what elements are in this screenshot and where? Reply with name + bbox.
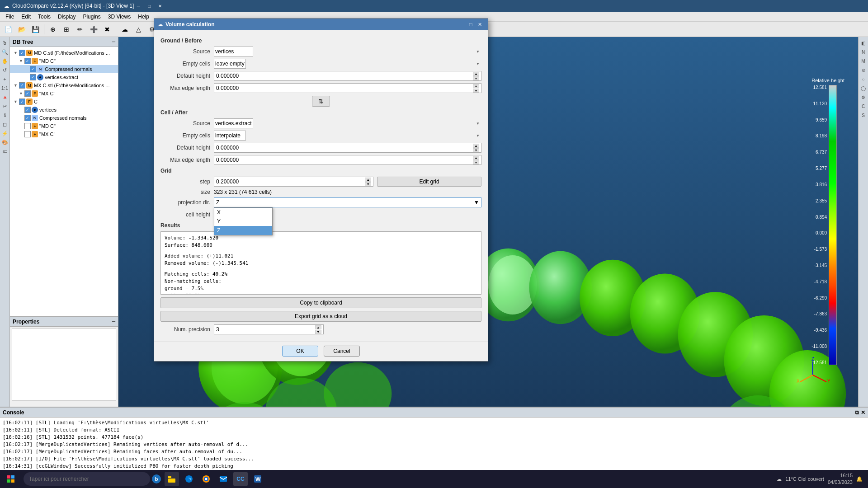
taskbar-icon-explorer[interactable] (165, 472, 179, 486)
open-btn[interactable]: 📂 (15, 23, 28, 36)
console-close[interactable]: ✕ (861, 409, 865, 416)
projection-option-y[interactable]: Y (214, 217, 272, 226)
cell-empty-select[interactable]: interpolate leave empty (214, 131, 246, 141)
ground-defheight-down[interactable]: ▼ (473, 76, 479, 80)
cell-source-select[interactable]: vertices.extract vertices (214, 118, 253, 128)
right-btn-5[interactable]: ○ (859, 75, 868, 83)
edit-btn[interactable]: ✏ (74, 23, 86, 36)
color-btn[interactable]: 🎨 (1, 138, 9, 146)
tree-node-md-c-ref[interactable]: F "MD C" (10, 122, 118, 130)
right-btn-7[interactable]: ⚙ (859, 93, 868, 101)
global-shift[interactable]: ⊕ (47, 23, 59, 36)
minimize-btn[interactable]: ─ (134, 2, 143, 10)
num-precision-up[interactable]: ▲ (315, 325, 321, 329)
tree-node-md-c[interactable]: ▼ ✓ M MD C.stl (F:/thèse/Modifications .… (10, 49, 118, 57)
maximize-btn[interactable]: □ (145, 2, 154, 10)
tree-toggle-mx-c[interactable]: ▼ (14, 83, 19, 88)
notification-icon[interactable]: 🔔 (856, 476, 863, 482)
ground-maxedge-up[interactable]: ▲ (473, 84, 479, 88)
zoom-btn[interactable]: 🔍 (1, 48, 9, 56)
tree-check-md-ref[interactable] (24, 123, 31, 129)
menu-file[interactable]: File (2, 13, 18, 21)
menu-3dviews[interactable]: 3D Views (104, 13, 134, 21)
vol-btn[interactable]: 🔺 (1, 93, 9, 101)
sample-btn[interactable]: ⊞ (60, 23, 73, 36)
ground-source-select[interactable]: vertices vertices.extract (214, 47, 253, 56)
mesh-btn[interactable]: △ (132, 23, 145, 36)
right-btn-2[interactable]: N (859, 48, 868, 56)
tree-check-md-c-group[interactable]: ✓ (24, 58, 31, 64)
tree-node-mx-c-ref[interactable]: F "MX C" (10, 130, 118, 138)
cell-maxedge-up[interactable]: ▲ (473, 156, 479, 160)
save-btn[interactable]: 💾 (29, 23, 42, 36)
tree-check-mx-c-group[interactable]: ✓ (24, 90, 31, 97)
swap-btn[interactable]: ⇅ (312, 96, 330, 107)
add-btn[interactable]: ➕ (87, 23, 100, 36)
dialog-close-btn[interactable]: ✕ (475, 20, 484, 28)
console-detach[interactable]: ⧉ (855, 409, 859, 416)
tree-area[interactable]: ▼ ✓ M MD C.stl (F:/thèse/Modifications .… (10, 47, 118, 316)
tree-node-mx-c-group[interactable]: ▼ ✓ F "MX C" (10, 89, 118, 98)
tree-node-vertices-extract-1[interactable]: ✓ ● vertices.extract (10, 73, 118, 81)
projection-option-x[interactable]: X (214, 208, 272, 217)
close-btn[interactable]: ✕ (156, 2, 165, 10)
label-btn[interactable]: 🏷 (1, 147, 9, 155)
tree-node-compressed-normals-2[interactable]: ✓ N Compressed normals (10, 114, 118, 122)
dbtree-minimize[interactable]: ─ (112, 39, 115, 44)
properties-minimize[interactable]: ─ (112, 319, 115, 324)
right-btn-1[interactable]: ◧ (859, 39, 868, 47)
tree-check-mx-ref[interactable] (24, 131, 31, 137)
tree-node-vertices[interactable]: ✓ ● vertices (10, 106, 118, 114)
menu-display[interactable]: Display (54, 13, 79, 21)
tree-check-mx-c[interactable]: ✓ (19, 82, 25, 89)
right-btn-4[interactable]: ⊙ (859, 66, 868, 74)
grid-step-down[interactable]: ▼ (365, 182, 371, 186)
dialog-help-btn[interactable]: □ (466, 20, 475, 28)
cloud-btn[interactable]: ☁ (118, 23, 131, 36)
projection-dropdown[interactable]: Z ▼ X Y Z (214, 197, 481, 207)
cell-defheight-spin[interactable]: 0.000000 ▲ ▼ (214, 143, 481, 153)
num-precision-spin[interactable]: 3 ▲ ▼ (214, 324, 324, 334)
seg-btn[interactable]: ⚡ (1, 129, 9, 137)
right-btn-9[interactable]: S (859, 111, 868, 119)
right-btn-8[interactable]: C (859, 102, 868, 110)
tree-check-md-c[interactable]: ✓ (19, 50, 25, 56)
rotate-btn[interactable]: ↺ (1, 66, 9, 74)
taskbar-search[interactable] (24, 472, 150, 486)
num-precision-down[interactable]: ▼ (315, 330, 321, 334)
ground-defheight-spin[interactable]: 0.000000 ▲ ▼ (214, 71, 481, 81)
pan-btn[interactable]: ✋ (1, 57, 9, 65)
menu-plugins[interactable]: Plugins (79, 13, 104, 21)
ground-maxedge-down[interactable]: ▼ (473, 89, 479, 93)
ground-maxedge-spin[interactable]: 0.000000 ▲ ▼ (214, 83, 481, 93)
taskbar-icon-cc[interactable]: CC (233, 472, 248, 486)
cell-maxedge-down[interactable]: ▼ (473, 160, 479, 164)
export-btn[interactable]: Export grid as a cloud (160, 311, 481, 322)
tree-check-vertices[interactable]: ✓ (24, 107, 31, 113)
tree-node-md-c-group[interactable]: ▼ ✓ F "MD C" (10, 57, 118, 65)
pick-btn[interactable]: + (1, 75, 9, 83)
right-btn-3[interactable]: M (859, 57, 868, 65)
taskbar-icon-firefox[interactable] (199, 472, 213, 486)
volume-calculation-dialog[interactable]: ☁ Volume calculation □ ✕ Ground / Before… (154, 18, 488, 361)
tree-toggle-mx-c-group[interactable]: ▼ (19, 91, 24, 96)
measure-btn[interactable]: 1:1 (1, 84, 9, 92)
view-3d-btn[interactable]: 🖱 (1, 39, 9, 47)
start-btn[interactable] (0, 470, 22, 488)
bing-btn[interactable]: b (152, 474, 161, 483)
tree-node-c[interactable]: ▼ ✓ F C (10, 98, 118, 106)
menu-tools[interactable]: Tools (34, 13, 54, 21)
new-btn[interactable]: 📄 (2, 23, 14, 36)
tree-toggle-md-c[interactable]: ▼ (14, 51, 19, 55)
ground-empty-select[interactable]: leave empty interpolate (214, 59, 246, 69)
menu-edit[interactable]: Edit (18, 13, 34, 21)
edit-grid-btn[interactable]: Edit grid (377, 177, 481, 187)
copy-btn[interactable]: Copy to clipboard (160, 297, 481, 308)
clip-btn[interactable]: ✂ (1, 102, 9, 110)
tree-check-cn1[interactable]: ✓ (30, 66, 36, 72)
projection-option-z[interactable]: Z (214, 226, 272, 235)
taskbar-icon-outlook[interactable] (216, 472, 231, 486)
tree-toggle-c[interactable]: ▼ (14, 99, 19, 104)
cancel-btn[interactable]: Cancel (324, 346, 360, 357)
tree-check-c[interactable]: ✓ (19, 99, 25, 105)
